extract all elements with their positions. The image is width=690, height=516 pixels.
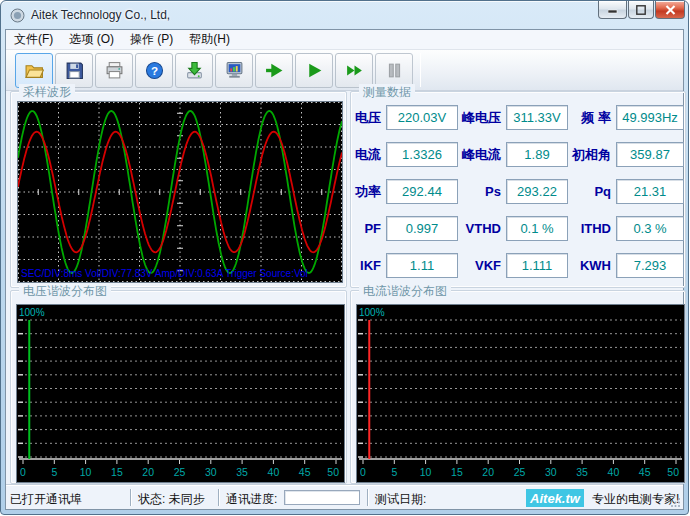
svg-text:45: 45 bbox=[639, 466, 651, 478]
resize-grip[interactable] bbox=[671, 497, 681, 507]
measurements-panel-title: 测量数据 bbox=[359, 84, 415, 101]
measure-value: 21.31 bbox=[616, 179, 684, 204]
measure-label: 峰电压 bbox=[460, 105, 504, 130]
toolbar-separator bbox=[420, 53, 421, 87]
sync-status-text: 状态: 未同步 bbox=[138, 491, 205, 508]
measure-value: 7.293 bbox=[616, 253, 684, 278]
app-window: Aitek Technology Co., Ltd, 文件(F)选项 (O)操作… bbox=[0, 0, 689, 515]
device-data-button[interactable] bbox=[215, 53, 253, 88]
window-controls bbox=[597, 1, 685, 19]
svg-text:0: 0 bbox=[360, 466, 366, 478]
run-button[interactable] bbox=[295, 53, 333, 88]
measure-label: 峰电流 bbox=[460, 142, 504, 167]
measure-label: Pq bbox=[570, 179, 614, 204]
menu-item-operation[interactable]: 操作 (P) bbox=[122, 29, 181, 50]
measure-value: 311.33V bbox=[506, 105, 568, 130]
client-area: 文件(F)选项 (O)操作 (P)帮助(H) ? 采样波形 SEC/DIV:8m… bbox=[5, 29, 684, 510]
measure-value: 0.3 % bbox=[616, 216, 684, 241]
measure-label: PF bbox=[354, 216, 384, 241]
measure-value: 359.87 bbox=[616, 142, 684, 167]
measure-label: 频 率 bbox=[570, 105, 614, 130]
svg-text:20: 20 bbox=[142, 466, 154, 478]
measure-label: KWH bbox=[570, 253, 614, 278]
measure-label: 电压 bbox=[354, 105, 384, 130]
waveform-panel: 采样波形 SEC/DIV:8ms Vol/DIV:77.83V Amp/DIV:… bbox=[10, 91, 347, 288]
measure-value: 292.44 bbox=[386, 179, 458, 204]
measure-label: 初相角 bbox=[570, 142, 614, 167]
voltage-harmonics-title: 电压谐波分布图 bbox=[19, 283, 111, 300]
svg-text:100%: 100% bbox=[359, 307, 385, 318]
svg-text:0: 0 bbox=[20, 466, 26, 478]
pause-button[interactable] bbox=[375, 53, 413, 88]
help-icon: ? bbox=[145, 61, 164, 80]
svg-text:50: 50 bbox=[327, 466, 339, 478]
help-button[interactable]: ? bbox=[135, 53, 173, 88]
measure-label: Ps bbox=[460, 179, 504, 204]
print-button[interactable] bbox=[95, 53, 133, 88]
status-bar: 已打开通讯埠 状态: 未同步 通讯进度: 测试日期: Aitek.tw 专业的电… bbox=[6, 485, 683, 509]
progress-label: 通讯进度: bbox=[226, 491, 277, 508]
run-fast-button[interactable] bbox=[335, 53, 373, 88]
menu-item-options[interactable]: 选项 (O) bbox=[61, 29, 122, 50]
pause-icon bbox=[385, 61, 404, 80]
close-icon bbox=[665, 5, 676, 15]
status-divider bbox=[218, 489, 220, 506]
current-harmonics-panel: 电流谐波分布图 100%05101520253035404550 bbox=[350, 290, 686, 484]
measure-label: ITHD bbox=[570, 216, 614, 241]
menu-item-file[interactable]: 文件(F) bbox=[6, 29, 61, 50]
svg-text:35: 35 bbox=[576, 466, 588, 478]
run-single-icon bbox=[265, 61, 284, 80]
measure-label: 电流 bbox=[354, 142, 384, 167]
measure-value: 220.03V bbox=[386, 105, 458, 130]
app-icon bbox=[10, 8, 25, 23]
svg-text:SEC/DIV:8ms Vol/DIV:77.83V A: SEC/DIV:8ms Vol/DIV:77.83V Amp/DIV:0.63A… bbox=[21, 268, 308, 279]
measure-value: 0.997 bbox=[386, 216, 458, 241]
port-status-text: 已打开通讯埠 bbox=[10, 491, 82, 508]
measure-value: 1.11 bbox=[386, 253, 458, 278]
svg-text:45: 45 bbox=[299, 466, 311, 478]
svg-text:100%: 100% bbox=[19, 307, 45, 318]
measurements-panel: 测量数据 电压220.03V峰电压311.33V频 率49.993Hz电流1.3… bbox=[350, 91, 686, 288]
svg-text:5: 5 bbox=[391, 466, 397, 478]
measure-label: 功率 bbox=[354, 179, 384, 204]
export-button[interactable] bbox=[175, 53, 213, 88]
export-download-icon bbox=[185, 61, 204, 80]
measure-label: VTHD bbox=[460, 216, 504, 241]
toolbar: ? bbox=[6, 50, 683, 91]
test-date-label: 测试日期: bbox=[375, 491, 426, 508]
current-harmonics-chart: 100%05101520253035404550 bbox=[356, 304, 685, 483]
svg-text:?: ? bbox=[150, 63, 157, 76]
progress-bar bbox=[284, 490, 360, 505]
svg-text:50: 50 bbox=[667, 466, 679, 478]
svg-text:20: 20 bbox=[482, 466, 494, 478]
minimize-button[interactable] bbox=[598, 1, 627, 19]
slogan-text: 专业的电测专家! bbox=[592, 491, 679, 508]
voltage-harmonics-panel: 电压谐波分布图 100%05101520253035404550 bbox=[10, 290, 347, 484]
maximize-icon bbox=[636, 5, 646, 15]
measure-value: 49.993Hz bbox=[616, 105, 684, 130]
maximize-button[interactable] bbox=[628, 1, 654, 19]
svg-text:10: 10 bbox=[80, 466, 92, 478]
menu-bar: 文件(F)选项 (O)操作 (P)帮助(H) bbox=[6, 30, 683, 50]
svg-text:10: 10 bbox=[420, 466, 432, 478]
current-harmonics-title: 电流谐波分布图 bbox=[359, 283, 451, 300]
menu-item-help[interactable]: 帮助(H) bbox=[181, 29, 238, 50]
measurements-grid: 电压220.03V峰电压311.33V频 率49.993Hz电流1.3326峰电… bbox=[354, 105, 684, 278]
svg-text:40: 40 bbox=[608, 466, 620, 478]
measure-value: 1.111 bbox=[506, 253, 568, 278]
status-divider bbox=[367, 489, 369, 506]
monitor-chart-icon bbox=[225, 61, 244, 80]
title-bar[interactable]: Aitek Technology Co., Ltd, bbox=[1, 1, 688, 29]
close-button[interactable] bbox=[655, 1, 685, 19]
waveform-chart: SEC/DIV:8ms Vol/DIV:77.83V Amp/DIV:0.63A… bbox=[17, 101, 343, 283]
svg-text:30: 30 bbox=[205, 466, 217, 478]
waveform-panel-title: 采样波形 bbox=[19, 84, 75, 101]
save-button[interactable] bbox=[55, 53, 93, 88]
fast-forward-icon bbox=[345, 61, 364, 80]
run-single-button[interactable] bbox=[255, 53, 293, 88]
open-button[interactable] bbox=[15, 53, 53, 88]
measure-value: 1.89 bbox=[506, 142, 568, 167]
svg-text:15: 15 bbox=[451, 466, 463, 478]
status-divider bbox=[130, 489, 132, 506]
svg-text:40: 40 bbox=[268, 466, 280, 478]
